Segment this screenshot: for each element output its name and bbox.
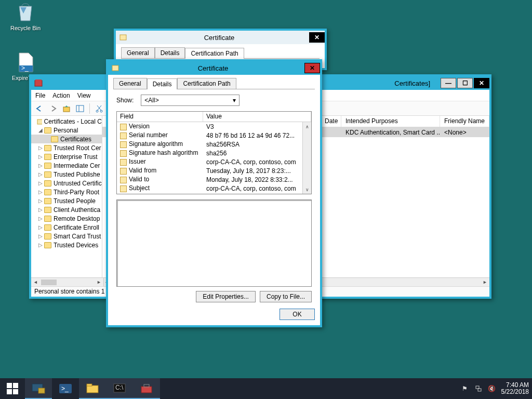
expand-icon[interactable]: ▷ bbox=[37, 233, 43, 239]
menu-view[interactable]: View bbox=[77, 92, 91, 99]
show-hide-button[interactable] bbox=[74, 103, 86, 114]
minimize-button[interactable]: — bbox=[441, 78, 456, 88]
folder-icon bbox=[44, 233, 51, 240]
close-button[interactable]: ✕ bbox=[309, 32, 325, 43]
field-row[interactable]: Signature algorithmsha256RSA bbox=[117, 140, 311, 149]
field-icon bbox=[120, 185, 127, 192]
expand-icon[interactable]: ▷ bbox=[37, 180, 43, 186]
fields-list[interactable]: Field Value VersionV3 Serial number48 b7… bbox=[116, 111, 312, 194]
expand-icon[interactable]: ▷ bbox=[37, 207, 43, 212]
tree-item[interactable]: ▷Smart Card Trust bbox=[31, 232, 102, 241]
field-row[interactable]: Valid toMonday, July 18, 2022 8:33:2... bbox=[117, 175, 311, 184]
taskbar-toolbox[interactable] bbox=[133, 378, 160, 399]
svg-rect-25 bbox=[476, 386, 479, 389]
tab-details[interactable]: Details bbox=[147, 78, 178, 89]
expand-icon[interactable]: ▷ bbox=[37, 189, 43, 195]
tree-item[interactable]: ▷Enterprise Trust bbox=[31, 152, 102, 161]
tab-general[interactable]: General bbox=[121, 47, 155, 58]
tree-item[interactable]: ▷Third-Party Root bbox=[31, 188, 102, 196]
tree-item[interactable]: ▷Untrusted Certific bbox=[31, 179, 102, 188]
fields-scrollbar[interactable]: ∧∨ bbox=[302, 122, 311, 194]
tab-cert-path[interactable]: Certification Path bbox=[177, 78, 236, 89]
tree-item-personal[interactable]: ◢Personal bbox=[31, 126, 102, 135]
expand-icon[interactable]: ▷ bbox=[37, 224, 43, 230]
scroll-right-icon[interactable]: ► bbox=[481, 280, 489, 285]
taskbar-cmd[interactable]: C:\ bbox=[106, 378, 133, 399]
svg-rect-2 bbox=[35, 79, 42, 81]
field-row[interactable]: Subjectcorp-CA-CA, corp, contoso, com bbox=[117, 184, 311, 193]
tab-details[interactable]: Details bbox=[155, 47, 185, 58]
tree-item[interactable]: ▷Trusted Devices bbox=[31, 241, 102, 249]
cert-title: Certificate bbox=[123, 64, 303, 72]
tab-cert-path[interactable]: Certification Path bbox=[185, 48, 244, 59]
edit-properties-button[interactable]: Edit Properties... bbox=[196, 291, 256, 302]
tree-item[interactable]: ▷Trusted Publishe bbox=[31, 170, 102, 179]
cert-tabs: General Details Certification Path bbox=[113, 78, 315, 89]
taskbar-powershell[interactable]: >_ bbox=[52, 378, 79, 399]
svg-rect-1 bbox=[35, 81, 42, 86]
cut-button[interactable] bbox=[93, 103, 105, 114]
volume-muted-icon[interactable]: 🔇 bbox=[488, 384, 496, 393]
expand-icon[interactable]: ▷ bbox=[37, 216, 43, 221]
cert-store-icon bbox=[37, 118, 42, 125]
taskbar-explorer[interactable] bbox=[79, 378, 106, 399]
col-date[interactable]: Date bbox=[321, 116, 341, 127]
network-icon[interactable] bbox=[474, 384, 483, 393]
col-purposes[interactable]: Intended Purposes bbox=[341, 116, 440, 127]
expand-icon[interactable]: ▷ bbox=[37, 171, 43, 177]
recycle-bin[interactable]: Recycle Bin bbox=[7, 2, 44, 31]
certback-title: Certificate bbox=[130, 34, 308, 42]
svg-rect-8 bbox=[37, 119, 42, 124]
expand-icon[interactable]: ▷ bbox=[37, 163, 43, 168]
tree-item[interactable]: ▷Certificate Enroll bbox=[31, 223, 102, 232]
maximize-button[interactable]: ☐ bbox=[457, 78, 473, 88]
collapse-icon[interactable]: ◢ bbox=[37, 127, 43, 133]
col-friendly[interactable]: Friendly Name bbox=[440, 116, 489, 127]
tab-general[interactable]: General bbox=[113, 78, 147, 89]
expand-icon[interactable]: ▷ bbox=[37, 154, 43, 159]
ok-button[interactable]: OK bbox=[280, 309, 315, 320]
copy-to-file-button[interactable]: Copy to File... bbox=[260, 291, 312, 302]
tree-item-certificates[interactable]: Certificates bbox=[31, 135, 102, 143]
menu-file[interactable]: File bbox=[35, 92, 45, 99]
taskbar-server-manager[interactable] bbox=[25, 378, 52, 399]
field-row[interactable]: Signature hash algorithmsha256 bbox=[117, 149, 311, 157]
svg-text:>_: >_ bbox=[21, 64, 29, 72]
expand-icon[interactable]: ▷ bbox=[37, 242, 43, 248]
up-button[interactable] bbox=[60, 103, 73, 114]
forward-button[interactable] bbox=[47, 103, 59, 114]
scroll-left-icon[interactable]: ◄ bbox=[31, 280, 40, 285]
field-row[interactable]: Valid fromTuesday, July 18, 2017 8:23:..… bbox=[117, 166, 311, 175]
tree-root[interactable]: Certificates - Local C bbox=[31, 117, 102, 126]
field-row[interactable]: Issuercorp-CA-CA, corp, contoso, com bbox=[117, 157, 311, 166]
mmc-title-icon bbox=[34, 79, 43, 87]
menu-action[interactable]: Action bbox=[52, 92, 70, 99]
tree-hscroll[interactable]: ◄► bbox=[31, 277, 104, 286]
scroll-down-icon[interactable]: ∨ bbox=[303, 185, 311, 194]
flag-icon[interactable]: ⚑ bbox=[461, 384, 469, 393]
tree-item[interactable]: ▷Intermediate Cer bbox=[31, 161, 102, 170]
recycle-bin-label: Recycle Bin bbox=[7, 25, 44, 31]
col-value[interactable]: Value bbox=[203, 112, 311, 122]
scroll-up-icon[interactable]: ∧ bbox=[303, 122, 311, 131]
tree-item[interactable]: ▷Remote Desktop bbox=[31, 214, 102, 223]
back-button[interactable] bbox=[33, 103, 46, 114]
scroll-right-icon[interactable]: ► bbox=[95, 280, 103, 285]
show-combo[interactable]: <All> ▾ bbox=[141, 95, 240, 106]
expand-icon[interactable]: ▷ bbox=[37, 145, 43, 151]
tray-clock[interactable]: 7:40 AM 5/22/2018 bbox=[501, 382, 529, 395]
close-button[interactable]: ✕ bbox=[474, 78, 489, 88]
cell-purposes: KDC Authentication, Smart Card ... bbox=[341, 129, 440, 136]
scroll-thumb[interactable] bbox=[41, 280, 57, 285]
field-row[interactable]: VersionV3 bbox=[117, 122, 311, 131]
field-row[interactable]: Serial number48 b7 f6 bd 16 12 a4 9d 46 … bbox=[117, 131, 311, 140]
start-button[interactable] bbox=[0, 378, 25, 399]
tree-item[interactable]: ▷Trusted People bbox=[31, 196, 102, 205]
close-button[interactable]: ✕ bbox=[304, 63, 320, 73]
col-field[interactable]: Field bbox=[117, 112, 203, 122]
tree-item[interactable]: ▷Client Authentica bbox=[31, 205, 102, 214]
tree-item[interactable]: ▷Trusted Root Cer bbox=[31, 143, 102, 152]
system-tray: ⚑ 🔇 7:40 AM 5/22/2018 bbox=[461, 378, 532, 399]
expand-icon[interactable]: ▷ bbox=[37, 198, 43, 204]
show-combo-value: <All> bbox=[144, 97, 158, 104]
